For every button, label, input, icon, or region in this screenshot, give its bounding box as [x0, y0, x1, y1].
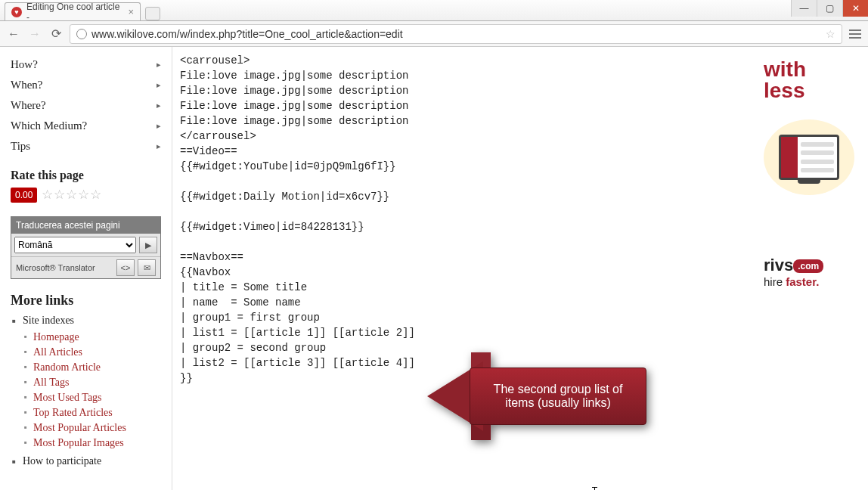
chrome-menu-button[interactable]: [848, 29, 862, 39]
translator-brand: Microsoft® Translator: [16, 263, 113, 272]
chevron-right-icon: ▸: [157, 80, 161, 90]
window-controls: — ▢ ✕: [791, 0, 868, 18]
more-links-list: Site indexes Homepage All Articles Rando…: [11, 315, 161, 467]
site-icon: [76, 29, 87, 39]
chevron-right-icon: ▸: [157, 121, 161, 131]
link-all-articles[interactable]: All Articles: [26, 345, 161, 360]
nav-where[interactable]: Where?▸: [11, 95, 161, 116]
ad-tagline-1: with: [764, 59, 860, 80]
close-window-button[interactable]: ✕: [842, 0, 868, 17]
rating-value: 0.00: [11, 188, 37, 203]
link-random-article[interactable]: Random Article: [26, 360, 161, 375]
nav-tips[interactable]: Tips▸: [11, 136, 161, 157]
link-homepage[interactable]: Homepage: [26, 330, 161, 345]
tab-title: Editing One cool article -: [26, 2, 123, 23]
browser-toolbar: ← → ⟳ www.wikilove.com/w/index.php?title…: [0, 21, 868, 47]
link-most-used-tags[interactable]: Most Used Tags: [26, 390, 161, 405]
link-all-tags[interactable]: All Tags: [26, 375, 161, 390]
annotation-callout: The second group list of items (usually …: [427, 345, 646, 443]
browser-tab[interactable]: ♥ Editing One cool article - ×: [5, 2, 141, 20]
how-to-participate-category: How to participate: [15, 455, 161, 467]
ad-illustration: rivs: [764, 119, 854, 195]
translator-widget: Traducerea acestei pagini Română ▶ Micro…: [11, 216, 161, 279]
email-button[interactable]: ✉: [138, 259, 156, 276]
language-select[interactable]: Română: [14, 237, 136, 253]
favicon-icon: ♥: [11, 7, 22, 17]
site-indexes-category: Site indexes: [15, 315, 161, 327]
more-links-heading: More links: [11, 293, 161, 309]
bookmark-star-icon[interactable]: ☆: [826, 28, 835, 40]
rate-heading: Rate this page: [11, 169, 161, 182]
tab-strip: ♥ Editing One cool article - ×: [0, 0, 868, 21]
translate-go-button[interactable]: ▶: [139, 237, 157, 253]
back-button[interactable]: ←: [6, 26, 21, 42]
tab-close-icon[interactable]: ×: [128, 6, 134, 17]
translator-heading: Traducerea acestei pagini: [11, 217, 160, 234]
star-icon[interactable]: ☆: [42, 187, 53, 203]
ad-monitor-label: rivs: [783, 135, 793, 142]
star-icon[interactable]: ☆: [54, 187, 65, 203]
rating-widget: 0.00 ☆☆☆☆☆: [11, 187, 161, 203]
minimize-button[interactable]: —: [791, 0, 817, 17]
ad-tagline-2: less: [764, 80, 860, 101]
star-icon[interactable]: ☆: [78, 187, 89, 203]
nav-when[interactable]: When?▸: [11, 75, 161, 95]
link-most-popular-articles[interactable]: Most Popular Articles: [26, 420, 161, 436]
reload-button[interactable]: ⟳: [48, 26, 64, 42]
embed-code-button[interactable]: <>: [116, 259, 135, 276]
link-most-popular-images[interactable]: Most Popular Images: [26, 436, 161, 451]
ad-sidebar: with less rivs rivs.com hire faster.: [756, 47, 868, 490]
left-sidebar: How?▸ When?▸ Where?▸ Which Medium?▸ Tips…: [0, 47, 172, 490]
chevron-right-icon: ▸: [157, 60, 161, 70]
forward-button[interactable]: →: [27, 26, 42, 42]
text-cursor-icon: [594, 487, 595, 490]
ad-slogan: hire faster.: [764, 275, 860, 288]
address-bar[interactable]: www.wikilove.com/w/index.php?title=One_c…: [70, 24, 842, 44]
ad-brand[interactable]: rivs.com: [764, 256, 860, 275]
rating-stars[interactable]: ☆☆☆☆☆: [42, 187, 101, 203]
chevron-right-icon: ▸: [157, 141, 161, 151]
star-icon[interactable]: ☆: [90, 187, 101, 203]
annotation-text: The second group list of items (usually …: [470, 368, 646, 425]
star-icon[interactable]: ☆: [66, 187, 77, 203]
new-tab-button[interactable]: [145, 7, 160, 20]
nav-how[interactable]: How?▸: [11, 54, 161, 75]
maximize-button[interactable]: ▢: [817, 0, 842, 17]
link-top-rated-articles[interactable]: Top Rated Articles: [26, 405, 161, 420]
chevron-right-icon: ▸: [157, 101, 161, 110]
url-text: www.wikilove.com/w/index.php?title=One_c…: [91, 28, 403, 40]
nav-which-medium[interactable]: Which Medium?▸: [11, 116, 161, 136]
